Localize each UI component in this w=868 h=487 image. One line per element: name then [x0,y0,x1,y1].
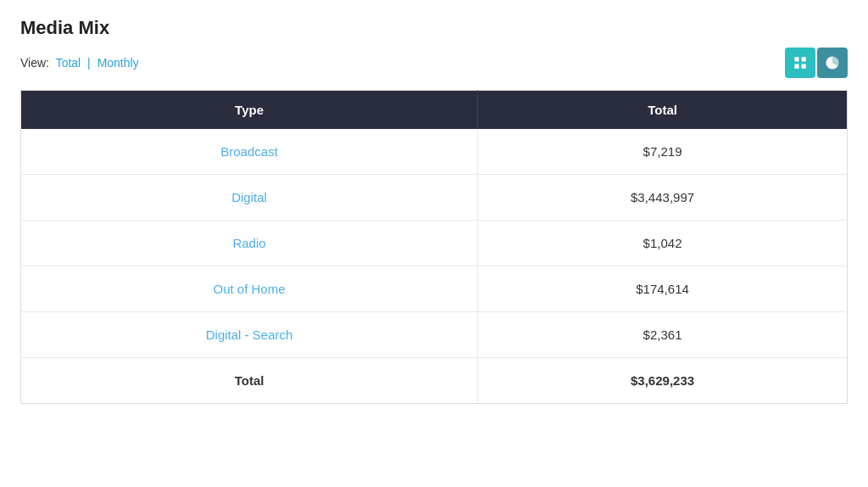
pie-chart-icon [825,55,840,70]
row-total-cell: $3,443,997 [478,175,848,221]
row-total-cell: $7,219 [478,129,848,175]
view-label: View: [20,56,49,70]
view-icon-group [785,48,848,78]
table-row: Digital$3,443,997 [21,175,848,221]
view-monthly-link[interactable]: Monthly [97,56,139,70]
row-total-cell: $3,629,233 [478,358,848,404]
table-row: Digital - Search$2,361 [21,312,848,358]
row-type-cell[interactable]: Radio [21,221,478,266]
column-header-total: Total [478,91,848,130]
table-icon [793,55,808,70]
column-header-type: Type [21,91,478,130]
svg-rect-2 [794,64,798,69]
svg-rect-3 [802,64,806,69]
view-controls: View: Total | Monthly [20,48,848,78]
view-total-link[interactable]: Total [56,56,81,70]
chart-view-button[interactable] [817,48,848,78]
row-type-cell[interactable]: Out of Home [21,266,478,312]
table-row: Total$3,629,233 [21,358,848,404]
media-mix-table: Type Total Broadcast$7,219Digital$3,443,… [20,90,848,404]
page-title: Media Mix [20,17,848,39]
row-type-cell[interactable]: Digital - Search [21,312,478,358]
view-links: View: Total | Monthly [20,56,139,70]
table-row: Radio$1,042 [21,221,848,266]
table-row: Out of Home$174,614 [21,266,848,312]
row-total-cell: $2,361 [478,312,848,358]
row-type-cell[interactable]: Broadcast [21,129,478,175]
table-row: Broadcast$7,219 [21,129,848,175]
row-total-cell: $174,614 [478,266,848,312]
table-header-row: Type Total [21,91,848,130]
row-type-cell: Total [21,358,478,404]
view-separator: | [87,56,91,70]
table-view-button[interactable] [785,48,815,78]
svg-rect-0 [794,57,798,61]
svg-rect-1 [802,57,806,61]
row-total-cell: $1,042 [478,221,848,266]
row-type-cell[interactable]: Digital [21,175,478,221]
